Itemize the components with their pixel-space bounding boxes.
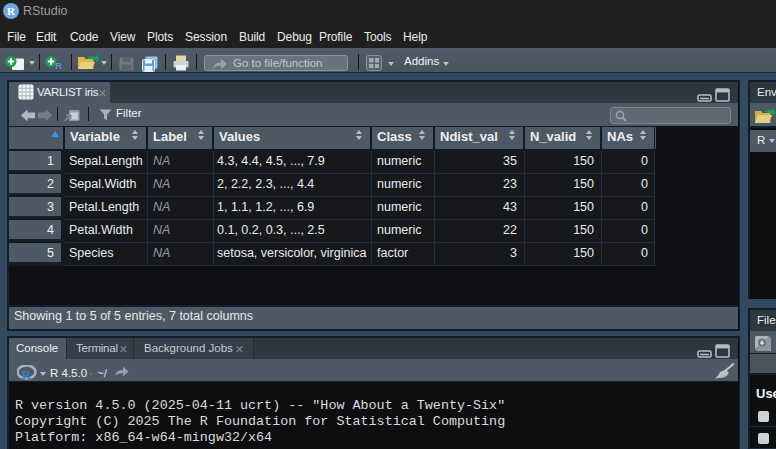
svg-text:R: R — [22, 367, 32, 381]
